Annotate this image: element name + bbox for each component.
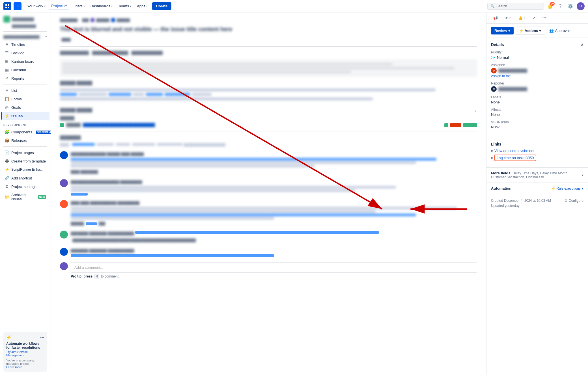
sidebar-item-components[interactable]: 🧩 Components RECOMMENDED: [1, 128, 49, 136]
help-button[interactable]: ?: [556, 2, 564, 10]
scriptrunner-icon: ⚡: [5, 167, 9, 172]
more-fields-content: More fields Delay Time Days, Delay Time …: [491, 171, 582, 179]
sidebar-item-kanban[interactable]: ⊞ Kanban board: [1, 57, 49, 65]
reporter-field: Reporter R ████████████: [491, 81, 583, 92]
sidebar-item-scriptrunner[interactable]: ⚡ ScriptRunner Enhanced Se...: [1, 166, 49, 174]
vshnteam-label: VSHNTeam: [491, 120, 583, 124]
pages-icon: 📄: [5, 150, 9, 155]
details-title: Details ∧: [491, 42, 583, 47]
activity-header: ████████: [60, 135, 477, 141]
assignee-value: U ████████████: [491, 68, 583, 73]
sidebar-item-project-settings[interactable]: ⚙ Project settings: [1, 183, 49, 190]
approvals-button[interactable]: 👥 Approvals: [546, 27, 574, 34]
meta-section: Created December 4, 2024 at 10:03 AM Upd…: [486, 194, 588, 213]
sidebar-item-goals[interactable]: ◎ Goals: [1, 103, 49, 111]
apps-nav[interactable]: Apps ▾: [135, 2, 150, 10]
automate-learn-link[interactable]: Learn more: [6, 365, 44, 369]
issue-body: ████████████ ███████████████ ███████████…: [60, 50, 477, 258]
sidebar-item-add-shortcut[interactable]: 🔗 Add shortcut: [1, 174, 49, 182]
notifications-button[interactable]: 🔔 9+: [546, 2, 554, 10]
assign-me-link[interactable]: Assign to me: [491, 74, 583, 78]
action-bar-left: 📢 👁 3 👍 1 ↗ •••: [491, 15, 548, 21]
share-button[interactable]: ↗: [530, 15, 538, 21]
link-item-2: Log time on task t3059: [491, 155, 583, 161]
automation-sub: ⚡ Rule executions ▾: [551, 187, 583, 190]
automate-card-sub: You're in a company-managed project: [6, 359, 44, 365]
more-fields-row[interactable]: More fields Delay Time Days, Delay Time …: [486, 168, 588, 183]
linked-item: ██████: [60, 115, 477, 121]
sidebar-item-reports[interactable]: ↗ Reports: [1, 74, 49, 82]
sidebar-item-list[interactable]: ≡ List: [1, 86, 49, 94]
activity-body-5: ████████ ████████ ████████████: [71, 248, 477, 258]
actions-button[interactable]: ⚡ Actions ▾: [516, 27, 544, 35]
activity-section: ████████ ████ ███████████████████: [60, 135, 477, 148]
activity-subheader: ████ ███████████████████: [60, 142, 477, 148]
separator-2: [60, 104, 477, 104]
sidebar-item-issues[interactable]: ⚡ Issues: [1, 112, 49, 120]
activity-avatar-3: [60, 200, 68, 208]
configure-button[interactable]: ⚙ Configure: [565, 199, 583, 203]
megaphone-button[interactable]: 📢: [491, 15, 500, 21]
linked-issues-section: ██████ ██████ ⋮ ██████ ██████ ██████████…: [60, 107, 477, 128]
activity-item-1: ████████████████ ██████ ████ ██████ ████…: [60, 151, 477, 175]
projects-nav[interactable]: Projects ▾: [49, 2, 69, 10]
description-text: [60, 88, 477, 100]
teams-nav[interactable]: Teams ▾: [116, 2, 133, 10]
automate-card-header: ⚡ •••: [6, 335, 44, 340]
automate-icon: ⚡: [6, 335, 12, 340]
automate-more-icon[interactable]: •••: [40, 335, 44, 340]
sidebar-item-calendar[interactable]: ▦ Calendar: [1, 66, 49, 74]
likes-button[interactable]: 👍 1: [516, 15, 528, 21]
user-avatar[interactable]: U: [577, 2, 585, 10]
filters-nav[interactable]: Filters ▾: [70, 2, 87, 10]
chevron-down-icon: ▾: [146, 5, 148, 8]
sidebar-item-create-template[interactable]: ➕ Create from template: [1, 157, 49, 165]
sidebar-item-releases[interactable]: 📦 Releases: [1, 136, 49, 144]
issues-icon: ⚡: [5, 114, 9, 118]
dashboards-nav[interactable]: Dashboards ▾: [88, 2, 115, 10]
settings-icon: ⚙: [5, 184, 9, 189]
review-button[interactable]: Review ▾: [491, 27, 514, 34]
your-work-nav[interactable]: Your work ▾: [25, 2, 48, 10]
linked-section-toggle[interactable]: ⋮: [473, 107, 477, 113]
reporter-value: R ████████████: [491, 86, 583, 92]
activity-avatar: [60, 151, 68, 159]
details-collapse-icon[interactable]: ∧: [581, 42, 583, 47]
releases-icon: 📦: [5, 138, 9, 143]
sidebar-settings-icon[interactable]: ⋯: [43, 34, 47, 39]
automate-card-link[interactable]: Try Jira Service Management: [6, 350, 44, 357]
reporter-avatar: R: [491, 86, 497, 92]
main-content: ████████ › ███ ██████ ██████ This text i…: [51, 12, 588, 375]
status-buttons: Review ▾ ⚡ Actions ▾ 👥 Approvals: [486, 24, 588, 38]
details-panel-header: 📢 👁 3 👍 1 ↗ •••: [486, 12, 588, 24]
separator: [60, 46, 477, 47]
comment-input[interactable]: Add a comment...: [71, 262, 477, 273]
sidebar-item-forms[interactable]: 📋 Forms: [1, 95, 49, 103]
updated-label: Updated yesterday: [491, 204, 551, 208]
activity-body-4: ████████ ████████ ████████████ █████████…: [71, 231, 477, 243]
sidebar-divider: [3, 31, 47, 32]
views-button[interactable]: 👁 3: [502, 15, 514, 21]
app-icon[interactable]: J: [14, 2, 21, 10]
sidebar-item-timeline[interactable]: ≡ Timeline: [1, 40, 49, 48]
timeline-icon: ≡: [5, 42, 9, 47]
activity-avatar-5: [60, 248, 68, 256]
app-layout: ██████████ ████████████ ████████████████…: [0, 12, 588, 375]
settings-button[interactable]: ⚙️: [567, 2, 574, 10]
sidebar-item-archived-issues[interactable]: 📁 Archived issues NEW: [1, 191, 49, 203]
search-box[interactable]: 🔍 Search: [487, 3, 544, 10]
approvals-icon: 👥: [549, 29, 554, 33]
thumbsup-icon: 👍: [518, 16, 523, 20]
link-1[interactable]: View on control.vshn.net: [494, 149, 534, 153]
link-dot-1: [491, 150, 493, 152]
more-button[interactable]: •••: [540, 15, 548, 21]
gear-icon: ⚙: [565, 199, 568, 203]
grid-icon[interactable]: [3, 2, 11, 10]
create-button[interactable]: Create: [152, 2, 171, 10]
link-2[interactable]: Log time on task t3059: [494, 155, 536, 161]
automation-label: Automation: [491, 186, 511, 190]
automation-row[interactable]: Automation ⚡ Rule executions ▾: [486, 183, 588, 194]
sidebar: ██████████ ████████████ ████████████████…: [0, 12, 51, 375]
sidebar-item-backlog[interactable]: ☰ Backlog: [1, 49, 49, 57]
sidebar-item-project-pages[interactable]: 📄 Project pages: [1, 149, 49, 157]
